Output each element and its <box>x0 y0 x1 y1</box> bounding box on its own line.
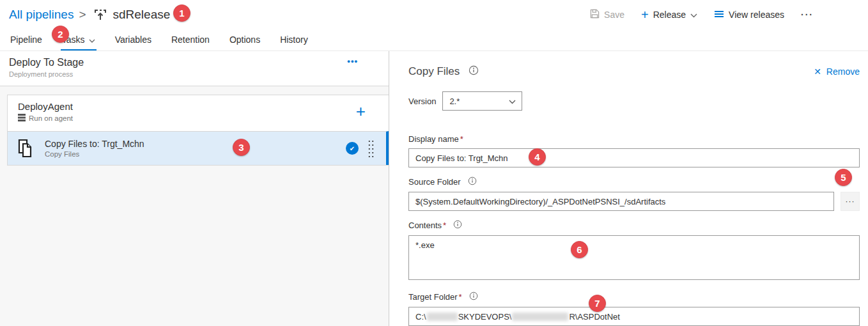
stage-body: DeployAgent Run on agent + <box>0 86 389 166</box>
remove-task-button[interactable]: ✕ Remove <box>814 66 860 77</box>
toolbar: Save + Release View releases ··· <box>590 8 814 21</box>
target-folder-label: Target Folder* <box>408 292 462 302</box>
annotation-badge-6: 6 <box>571 241 588 258</box>
version-select[interactable]: 2.* <box>442 91 522 111</box>
chevron-down-icon <box>509 97 516 106</box>
display-name-label: Display name* <box>408 134 463 144</box>
drag-handle[interactable] <box>368 139 375 157</box>
main-area: Deploy To Stage Deployment process ••• D… <box>0 51 868 326</box>
agent-job-subtitle: Run on agent <box>29 114 73 122</box>
breadcrumb: All pipelines > sdRelease <box>9 8 170 22</box>
tab-bar: Pipeline Tasks Variables Retention Optio… <box>0 29 868 51</box>
stage-subtitle: Deployment process <box>9 70 380 78</box>
top-bar: All pipelines > sdRelease Save <box>0 0 868 29</box>
tab-history[interactable]: History <box>279 29 309 50</box>
annotation-badge-4: 4 <box>529 148 546 166</box>
browse-source-folder-button[interactable]: ··· <box>841 192 860 211</box>
version-value: 2.* <box>449 97 460 106</box>
task-subtitle: Copy Files <box>45 150 346 158</box>
stage-more-button[interactable]: ••• <box>347 56 358 66</box>
plus-icon: + <box>641 8 649 21</box>
close-icon: ✕ <box>814 66 821 77</box>
source-folder-label: Source Folder <box>408 177 461 187</box>
info-icon[interactable] <box>468 176 477 187</box>
task-list-panel: Deploy To Stage Deployment process ••• D… <box>0 51 389 326</box>
agent-job-title: DeployAgent <box>18 101 378 112</box>
contents-input[interactable] <box>408 235 860 280</box>
redacted-text <box>427 313 458 321</box>
info-icon[interactable] <box>469 65 479 78</box>
annotation-badge-5: 5 <box>835 169 852 186</box>
version-label: Version <box>408 97 436 106</box>
save-button[interactable]: Save <box>590 9 624 20</box>
required-asterisk: * <box>460 134 463 144</box>
tab-variables[interactable]: Variables <box>114 29 153 50</box>
pipeline-name: sdRelease <box>113 8 171 22</box>
task-form-title: Copy Files <box>408 65 460 78</box>
annotation-badge-7: 7 <box>589 295 606 312</box>
agent-job-row[interactable]: DeployAgent Run on agent + <box>8 95 389 131</box>
tab-options[interactable]: Options <box>228 29 261 50</box>
release-pipeline-editor: All pipelines > sdRelease Save <box>0 0 868 326</box>
add-task-button[interactable]: + <box>356 103 366 120</box>
task-title: Copy Files to: Trgt_Mchn <box>45 139 346 149</box>
annotation-badge-1: 1 <box>173 4 190 22</box>
display-name-input[interactable] <box>408 148 860 167</box>
source-folder-input[interactable] <box>408 192 834 211</box>
task-row-copy-files[interactable]: Copy Files to: Trgt_Mchn Copy Files ✔ <box>8 131 389 165</box>
list-icon <box>714 10 724 20</box>
tab-retention[interactable]: Retention <box>170 29 211 50</box>
agent-icon <box>18 114 26 123</box>
required-asterisk: * <box>459 292 462 302</box>
release-definition-icon <box>94 8 107 21</box>
copy-files-icon <box>18 139 35 158</box>
breadcrumb-all-pipelines-link[interactable]: All pipelines <box>9 8 74 22</box>
required-asterisk: * <box>443 221 446 230</box>
target-folder-input[interactable]: C:\ SKYDEVOPS\ R\ASPDotNet <box>408 307 860 326</box>
redacted-text <box>512 313 568 321</box>
stage-title: Deploy To Stage <box>9 57 380 68</box>
chevron-down-icon <box>690 10 697 20</box>
contents-label: Contents* <box>408 221 446 230</box>
more-actions-button[interactable]: ··· <box>801 10 814 20</box>
info-icon[interactable] <box>469 291 478 302</box>
stage-header: Deploy To Stage Deployment process ••• <box>0 51 389 86</box>
view-releases-button[interactable]: View releases <box>714 10 784 20</box>
task-enabled-check-icon[interactable]: ✔ <box>346 142 359 155</box>
info-icon[interactable] <box>453 220 462 231</box>
annotation-badge-3: 3 <box>233 139 250 156</box>
task-settings-panel: Copy Files ✕ Remove Version 2.* <box>389 51 868 326</box>
save-icon <box>590 9 600 20</box>
release-button[interactable]: + Release <box>641 8 697 21</box>
breadcrumb-separator: > <box>79 8 86 22</box>
chevron-down-icon <box>89 35 95 45</box>
annotation-badge-2: 2 <box>52 26 69 43</box>
agent-job-card: DeployAgent Run on agent + <box>7 95 389 166</box>
ellipsis-icon: ··· <box>801 10 814 20</box>
tab-pipeline[interactable]: Pipeline <box>9 29 43 50</box>
